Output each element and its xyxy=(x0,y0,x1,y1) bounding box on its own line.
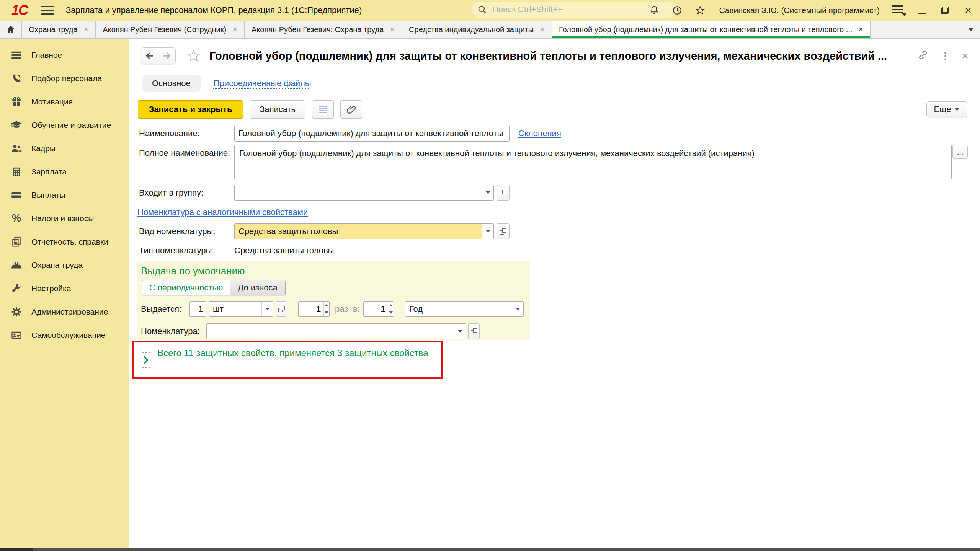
protective-properties-highlight-box: Всего 11 защитных свойств, применяется 3… xyxy=(132,341,443,379)
home-tab[interactable] xyxy=(0,21,22,38)
full-name-textarea[interactable]: Головной убор (подшлемник) для защиты от… xyxy=(234,145,952,179)
period-count-stepper[interactable] xyxy=(363,301,394,317)
declensions-link[interactable]: Склонения xyxy=(518,126,561,142)
nomenclature-open-button[interactable] xyxy=(468,323,480,339)
full-name-expand-button[interactable]: ... xyxy=(952,145,968,159)
save-button[interactable]: Записать xyxy=(250,100,305,119)
toggle-until-worn[interactable]: До износа xyxy=(230,280,285,295)
idcard-icon xyxy=(11,329,22,341)
related-documents-button[interactable] xyxy=(312,100,334,119)
app-window: 1С Зарплата и управление персоналом КОРП… xyxy=(0,0,980,551)
window-tab[interactable]: Охрана труда × xyxy=(22,21,96,38)
sidebar-item[interactable]: Самообслуживание xyxy=(0,323,129,347)
window-tab[interactable]: Средства индивидуальной защиты × xyxy=(402,21,552,38)
window-tab[interactable]: Головной убор (подшлемник) для защиты от… xyxy=(552,21,871,38)
times-input[interactable] xyxy=(299,302,323,316)
group-open-button[interactable] xyxy=(497,185,510,201)
global-search[interactable] xyxy=(472,2,677,18)
restore-window-button[interactable] xyxy=(939,4,952,17)
nomenclature-combobox[interactable] xyxy=(206,323,466,339)
name-input[interactable] xyxy=(234,126,510,142)
main-menu-icon[interactable] xyxy=(41,6,54,15)
stepper-arrows xyxy=(388,302,394,316)
tab-main[interactable]: Основное xyxy=(142,75,201,92)
sidebar-item[interactable]: Обучение и развитие xyxy=(0,113,129,137)
save-and-close-button[interactable]: Записать и закрыть xyxy=(138,100,243,119)
kind-open-button[interactable] xyxy=(497,223,510,239)
favorites-star-icon[interactable] xyxy=(694,4,707,17)
protective-properties-link[interactable]: Всего 11 защитных свойств, применяется 3… xyxy=(157,346,433,360)
unit-combobox[interactable]: шт xyxy=(209,301,273,317)
percent-icon: % xyxy=(11,213,22,224)
stepper-down-icon[interactable] xyxy=(324,309,329,317)
full-name-label: Полное наименование: xyxy=(139,148,230,158)
sidebar-item[interactable]: Главное xyxy=(0,43,129,67)
close-form-icon[interactable]: × xyxy=(962,50,969,62)
get-link-icon[interactable] xyxy=(917,49,929,62)
bottom-edge-strip xyxy=(0,548,980,551)
unit-open-button[interactable] xyxy=(276,301,287,317)
period-unit-combobox[interactable]: Год xyxy=(405,301,524,317)
chevron-down-icon xyxy=(968,28,974,31)
attachments-button[interactable] xyxy=(340,100,362,119)
tab-close-icon[interactable]: × xyxy=(84,25,89,34)
sidebar-item[interactable]: Отчетность, справки xyxy=(0,230,129,253)
graduation-icon xyxy=(11,119,22,131)
back-button[interactable] xyxy=(141,48,158,64)
dropdown-arrow-icon[interactable] xyxy=(454,324,466,339)
stepper-up-icon[interactable] xyxy=(324,302,329,309)
tab-close-icon[interactable]: × xyxy=(858,25,863,34)
sidebar-item[interactable]: Настройка xyxy=(0,277,129,300)
dropdown-arrow-icon[interactable] xyxy=(482,224,493,239)
group-combobox[interactable] xyxy=(234,185,494,201)
sidebar-item[interactable]: Кадры xyxy=(0,137,129,160)
history-nav-group xyxy=(141,47,176,64)
sidebar-item[interactable]: % Налоги и взносы xyxy=(0,207,129,230)
tab-close-icon[interactable]: × xyxy=(390,25,395,34)
more-actions-kebab-icon[interactable]: ⋮ xyxy=(940,52,950,59)
qty-input[interactable] xyxy=(189,301,206,317)
sidebar-item[interactable]: Подбор персонала xyxy=(0,67,129,90)
kind-combobox[interactable]: Средства защиты головы xyxy=(234,223,494,239)
form-nav-row: Основное Присоединенные файлы xyxy=(142,75,311,92)
more-button[interactable]: Еще xyxy=(926,101,967,117)
search-input[interactable] xyxy=(492,4,671,15)
toggle-periodic[interactable]: С периодичностью xyxy=(142,280,230,295)
window-tab[interactable]: Акопян Рубен Гезевич (Сотрудник) × xyxy=(96,21,245,38)
close-window-button[interactable]: × xyxy=(962,4,975,17)
service-menu-icon[interactable] xyxy=(892,5,906,15)
calculator-icon xyxy=(11,166,22,178)
sidebar-item[interactable]: Мотивация xyxy=(0,90,129,113)
period-unit-value: Год xyxy=(405,302,512,316)
tab-close-icon[interactable]: × xyxy=(232,25,237,34)
dropdown-arrow-icon[interactable] xyxy=(482,185,493,200)
current-user[interactable]: Савинская З.Ю. (Системный программист) xyxy=(719,6,880,15)
tab-close-icon[interactable]: × xyxy=(540,25,545,34)
arrow-right-icon xyxy=(162,51,172,61)
times-stepper[interactable] xyxy=(298,301,330,317)
sidebar-item[interactable]: Выплаты xyxy=(0,183,129,207)
stepper-up-icon[interactable] xyxy=(388,302,394,309)
window-tab[interactable]: Акопян Рубен Гезевич: Охрана труда × xyxy=(245,21,402,38)
sections-sidebar: Главное Подбор персонала Мотивация Обуче… xyxy=(0,39,129,548)
minimize-button[interactable] xyxy=(916,4,929,17)
attached-files-link[interactable]: Присоединенные файлы xyxy=(214,78,311,88)
tab-overflow-button[interactable] xyxy=(962,21,980,38)
period-count-input[interactable] xyxy=(364,302,388,316)
add-to-favorites-star-icon[interactable] xyxy=(186,49,201,63)
forward-button[interactable] xyxy=(158,48,175,64)
sidebar-item[interactable]: Зарплата xyxy=(0,160,129,183)
similar-items-link[interactable]: Номенклатура с аналогичными свойствами xyxy=(137,207,308,217)
history-icon[interactable] xyxy=(671,4,684,17)
report-icon xyxy=(11,236,22,248)
dropdown-arrow-icon[interactable] xyxy=(261,302,273,316)
stepper-down-icon[interactable] xyxy=(388,309,394,317)
sidebar-item[interactable]: Охрана труда xyxy=(0,253,129,277)
dropdown-arrow-icon[interactable] xyxy=(512,302,523,316)
notifications-bell-icon[interactable] xyxy=(648,4,661,17)
tab-label: Акопян Рубен Гезевич (Сотрудник) xyxy=(103,25,226,34)
sidebar-item[interactable]: Администрирование xyxy=(0,300,129,323)
issued-label: Выдается: xyxy=(141,301,181,317)
app-title: Зарплата и управление персоналом КОРП, р… xyxy=(66,5,362,15)
expand-properties-button[interactable] xyxy=(140,352,152,368)
